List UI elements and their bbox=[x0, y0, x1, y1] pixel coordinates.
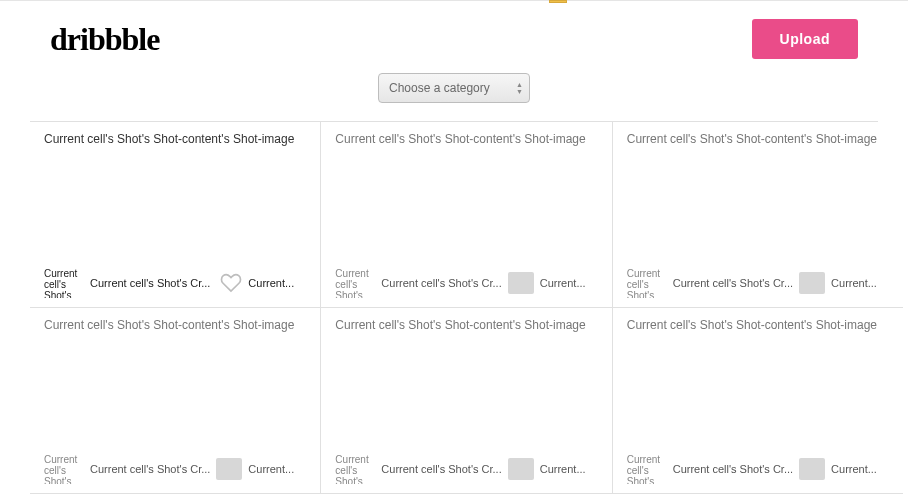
upload-button[interactable]: Upload bbox=[752, 19, 858, 59]
shot-footer: Current cell's Shot's Current cell's Sho… bbox=[627, 265, 889, 301]
shot-cell[interactable]: Current cell's Shot's Shot-content's Sho… bbox=[321, 308, 612, 494]
shot-cell[interactable]: Current cell's Shot's Shot-content's Sho… bbox=[321, 122, 612, 308]
shot-image-placeholder: Current cell's Shot's Shot-content's Sho… bbox=[335, 318, 597, 332]
creator-short: Current cell's Shot's bbox=[627, 454, 667, 484]
shot-footer: Current cell's Shot's Current cell's Sho… bbox=[44, 265, 306, 301]
likes-label: Current... bbox=[831, 277, 889, 289]
likes-label: Current... bbox=[540, 277, 598, 289]
shot-image-placeholder: Current cell's Shot's Shot-content's Sho… bbox=[44, 132, 306, 146]
like-placeholder-icon[interactable] bbox=[799, 272, 825, 294]
category-row: Choose a category ▲▼ bbox=[0, 67, 908, 121]
like-placeholder-icon[interactable] bbox=[508, 272, 534, 294]
creator-name[interactable]: Current cell's Shot's Cr... bbox=[381, 463, 501, 475]
shot-footer: Current cell's Shot's Current cell's Sho… bbox=[335, 265, 597, 301]
likes-label: Current... bbox=[248, 277, 306, 289]
creator-name[interactable]: Current cell's Shot's Cr... bbox=[90, 463, 210, 475]
like-placeholder-icon[interactable] bbox=[799, 458, 825, 480]
creator-short: Current cell's Shot's bbox=[335, 454, 375, 484]
likes-label: Current... bbox=[540, 463, 598, 475]
creator-short: Current cell's Shot's bbox=[44, 454, 84, 484]
like-placeholder-icon[interactable] bbox=[508, 458, 534, 480]
shot-image-placeholder: Current cell's Shot's Shot-content's Sho… bbox=[44, 318, 306, 332]
creator-short: Current cell's Shot's bbox=[44, 268, 84, 298]
likes-label: Current... bbox=[831, 463, 889, 475]
shot-footer: Current cell's Shot's Current cell's Sho… bbox=[627, 451, 889, 487]
heart-icon[interactable] bbox=[220, 273, 242, 293]
header: dribbble Upload bbox=[0, 1, 908, 67]
shot-cell[interactable]: Current cell's Shot's Shot-content's Sho… bbox=[30, 122, 321, 308]
like-placeholder-icon[interactable] bbox=[216, 458, 242, 480]
shot-image-placeholder: Current cell's Shot's Shot-content's Sho… bbox=[627, 132, 889, 146]
shot-footer: Current cell's Shot's Current cell's Sho… bbox=[335, 451, 597, 487]
shot-image-placeholder: Current cell's Shot's Shot-content's Sho… bbox=[335, 132, 597, 146]
shot-cell[interactable]: Current cell's Shot's Shot-content's Sho… bbox=[30, 308, 321, 494]
logo[interactable]: dribbble bbox=[50, 21, 159, 58]
shot-image-placeholder: Current cell's Shot's Shot-content's Sho… bbox=[627, 318, 889, 332]
creator-short: Current cell's Shot's bbox=[627, 268, 667, 298]
shot-footer: Current cell's Shot's Current cell's Sho… bbox=[44, 451, 306, 487]
creator-name[interactable]: Current cell's Shot's Cr... bbox=[673, 277, 793, 289]
creator-name[interactable]: Current cell's Shot's Cr... bbox=[90, 277, 214, 289]
top-accent-marker bbox=[549, 0, 567, 3]
select-arrows-icon: ▲▼ bbox=[516, 82, 523, 95]
shot-cell[interactable]: Current cell's Shot's Shot-content's Sho… bbox=[613, 308, 903, 494]
likes-label: Current... bbox=[248, 463, 306, 475]
creator-short: Current cell's Shot's bbox=[335, 268, 375, 298]
shot-cell[interactable]: Current cell's Shot's Shot-content's Sho… bbox=[613, 122, 903, 308]
creator-name[interactable]: Current cell's Shot's Cr... bbox=[673, 463, 793, 475]
category-select[interactable]: Choose a category ▲▼ bbox=[378, 73, 530, 103]
category-select-label: Choose a category bbox=[389, 81, 490, 95]
shots-grid: Current cell's Shot's Shot-content's Sho… bbox=[30, 121, 878, 494]
creator-name[interactable]: Current cell's Shot's Cr... bbox=[381, 277, 501, 289]
